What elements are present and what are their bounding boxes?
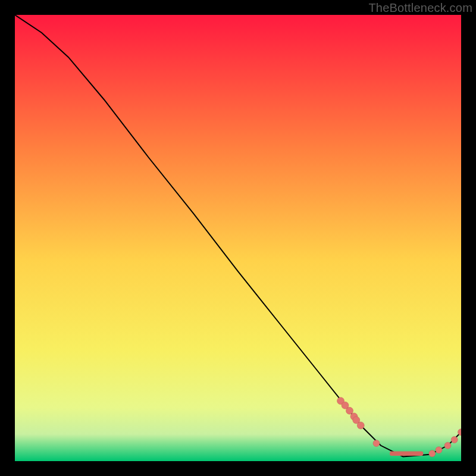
data-marker [451,437,458,443]
data-marker [373,440,380,447]
data-marker [436,447,442,453]
chart-svg [15,15,461,461]
plot-area [15,15,461,461]
data-marker [444,442,451,449]
chart-stage: TheBottleneck.com [0,0,476,476]
cluster-band [390,452,423,456]
data-marker [357,422,364,429]
watermark-text: TheBottleneck.com [368,1,472,15]
data-marker [346,407,353,414]
data-marker [429,450,436,457]
gradient-background [15,15,461,461]
